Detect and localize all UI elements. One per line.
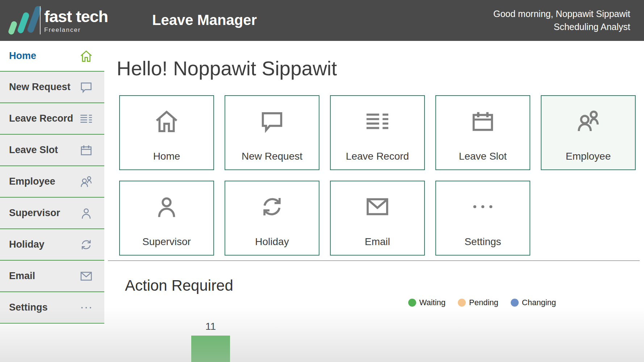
- tile-label: Leave Record: [331, 151, 424, 169]
- sidebar-item-email[interactable]: Email: [0, 261, 104, 292]
- envelope-icon: [79, 269, 93, 283]
- list-icon: [331, 96, 424, 135]
- tile-supervisor[interactable]: Supervisor: [119, 181, 214, 256]
- sidebar-item-employee[interactable]: Employee: [0, 166, 104, 198]
- sidebar-item-label: Leave Record: [9, 113, 73, 124]
- main-content: Hello! Noppawit Sippawit Home New Reques…: [104, 41, 644, 362]
- sidebar-item-holiday[interactable]: Holiday: [0, 229, 104, 261]
- tile-label: Settings: [436, 236, 530, 255]
- envelope-icon: [331, 181, 424, 220]
- home-icon: [120, 96, 213, 135]
- sidebar-item-label: Email: [9, 270, 35, 282]
- logo-brand: fast tech: [44, 8, 108, 25]
- sidebar-item-label: Leave Slot: [9, 144, 58, 156]
- bar-data-label: 11: [191, 321, 230, 332]
- sidebar-item-settings[interactable]: Settings: [0, 292, 104, 324]
- sidebar-item-label: Supervisor: [9, 207, 60, 219]
- sidebar-item-label: Settings: [9, 302, 48, 313]
- speech-bubble-icon: [79, 80, 93, 94]
- tile-holiday[interactable]: Holiday: [225, 181, 319, 256]
- sync-icon: [225, 181, 319, 220]
- sidebar-nav: Home New Request Leave Record Leave Slot: [0, 41, 104, 362]
- sidebar-item-leave-record[interactable]: Leave Record: [0, 103, 104, 135]
- tile-leave-record[interactable]: Leave Record: [330, 95, 425, 170]
- tile-email[interactable]: Email: [330, 181, 425, 256]
- logo-bar-green: [8, 20, 18, 35]
- tile-employee[interactable]: Employee: [541, 95, 636, 170]
- sidebar-item-leave-slot[interactable]: Leave Slot: [0, 135, 104, 166]
- user-greeting: Good morning, Noppawit Sippawit Scheduli…: [493, 7, 630, 33]
- logo-subtitle: Freelancer: [44, 26, 108, 34]
- person-icon: [120, 181, 213, 220]
- sidebar-item-label: Holiday: [9, 239, 45, 250]
- calendar-icon: [436, 96, 530, 135]
- tile-grid: Home New Request Leave Record: [119, 95, 637, 256]
- tile-label: Employee: [541, 151, 635, 169]
- calendar-icon: [79, 143, 93, 157]
- fast-tech-logo-icon: [0, 0, 42, 41]
- action-required-chart: 11: [104, 280, 644, 362]
- sidebar-item-home[interactable]: Home: [0, 41, 104, 72]
- sidebar-item-label: Employee: [9, 176, 55, 187]
- section-divider: [108, 260, 640, 261]
- sidebar-item-new-request[interactable]: New Request: [0, 72, 104, 103]
- sidebar-item-label: New Request: [9, 81, 71, 93]
- sidebar-item-label: Home: [9, 50, 36, 62]
- tile-home[interactable]: Home: [119, 95, 214, 170]
- app-title: Leave Manager: [152, 12, 257, 28]
- sidebar-item-supervisor[interactable]: Supervisor: [0, 198, 104, 229]
- list-icon: [79, 111, 93, 126]
- tile-label: Email: [331, 236, 424, 255]
- bar-waiting[interactable]: [191, 336, 230, 362]
- logo-text: fast tech Freelancer: [44, 8, 108, 34]
- tile-label: Home: [120, 151, 213, 169]
- speech-bubble-icon: [225, 96, 319, 135]
- tile-settings[interactable]: Settings: [435, 181, 530, 256]
- person-icon: [79, 206, 93, 220]
- tile-leave-slot[interactable]: Leave Slot: [435, 95, 530, 170]
- ellipsis-icon: [79, 300, 93, 315]
- greeting-line: Good morning, Noppawit Sippawit: [493, 7, 630, 20]
- tile-label: Leave Slot: [436, 151, 530, 169]
- ellipsis-icon: [436, 181, 530, 220]
- user-role: Scheduling Analyst: [493, 20, 630, 33]
- tile-new-request[interactable]: New Request: [225, 95, 319, 170]
- home-icon: [79, 49, 93, 63]
- logo-divider: [40, 6, 41, 34]
- app-header: fast tech Freelancer Leave Manager Good …: [0, 0, 644, 41]
- page-title: Hello! Noppawit Sippawit: [117, 57, 337, 80]
- sync-icon: [79, 237, 93, 252]
- people-icon: [541, 96, 635, 135]
- tile-label: Holiday: [225, 236, 319, 255]
- people-icon: [79, 174, 93, 189]
- tile-label: Supervisor: [120, 236, 213, 255]
- tile-label: New Request: [225, 151, 319, 169]
